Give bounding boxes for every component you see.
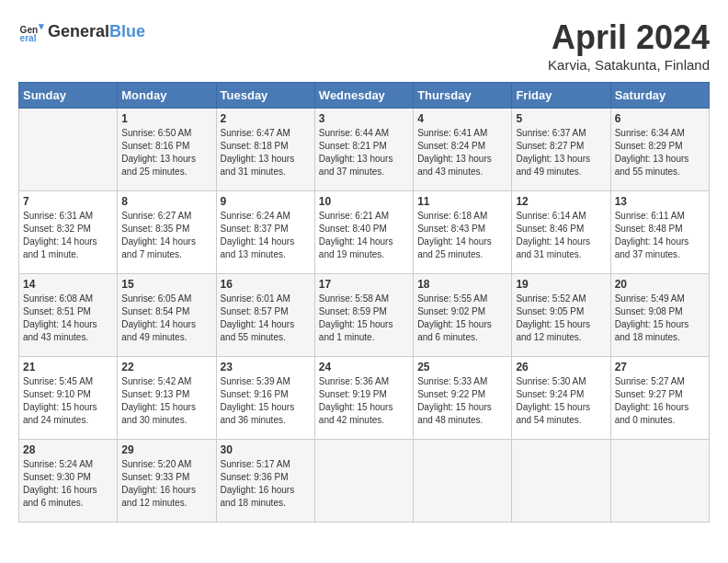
day-number: 30 bbox=[221, 443, 311, 456]
day-number: 23 bbox=[221, 361, 311, 373]
day-cell bbox=[512, 440, 610, 523]
day-info: Sunrise: 5:24 AM Sunset: 9:30 PM Dayligh… bbox=[23, 458, 113, 510]
day-info: Sunrise: 5:20 AM Sunset: 9:33 PM Dayligh… bbox=[121, 458, 211, 510]
day-number: 19 bbox=[516, 278, 606, 291]
day-cell: 18Sunrise: 5:55 AM Sunset: 9:02 PM Dayli… bbox=[414, 274, 512, 357]
month-title: April 2024 bbox=[548, 18, 710, 57]
day-number: 6 bbox=[615, 112, 705, 125]
day-info: Sunrise: 5:58 AM Sunset: 8:59 PM Dayligh… bbox=[319, 293, 409, 344]
day-cell: 6Sunrise: 6:34 AM Sunset: 8:29 PM Daylig… bbox=[610, 109, 709, 191]
day-info: Sunrise: 5:36 AM Sunset: 9:19 PM Dayligh… bbox=[319, 375, 409, 427]
header-row: SundayMondayTuesdayWednesdayThursdayFrid… bbox=[19, 83, 710, 109]
day-cell: 10Sunrise: 6:21 AM Sunset: 8:40 PM Dayli… bbox=[314, 191, 413, 274]
day-number: 15 bbox=[121, 278, 211, 291]
day-cell: 1Sunrise: 6:50 AM Sunset: 8:16 PM Daylig… bbox=[118, 109, 216, 191]
calendar-body: 1Sunrise: 6:50 AM Sunset: 8:16 PM Daylig… bbox=[19, 109, 710, 523]
header-cell-wednesday: Wednesday bbox=[314, 83, 413, 109]
day-info: Sunrise: 6:18 AM Sunset: 8:43 PM Dayligh… bbox=[417, 210, 507, 261]
week-row-1: 1Sunrise: 6:50 AM Sunset: 8:16 PM Daylig… bbox=[19, 109, 710, 191]
day-number: 17 bbox=[319, 278, 409, 291]
day-number: 29 bbox=[121, 443, 211, 456]
day-info: Sunrise: 6:34 AM Sunset: 8:29 PM Dayligh… bbox=[615, 127, 705, 178]
day-info: Sunrise: 5:52 AM Sunset: 9:05 PM Dayligh… bbox=[516, 293, 606, 344]
header: Gen eral GeneralBlue April 2024 Karvia, … bbox=[18, 18, 710, 73]
day-info: Sunrise: 6:14 AM Sunset: 8:46 PM Dayligh… bbox=[516, 210, 606, 261]
day-number: 1 bbox=[121, 112, 211, 125]
day-info: Sunrise: 6:27 AM Sunset: 8:35 PM Dayligh… bbox=[121, 210, 211, 261]
day-info: Sunrise: 6:41 AM Sunset: 8:24 PM Dayligh… bbox=[417, 127, 507, 178]
day-info: Sunrise: 5:45 AM Sunset: 9:10 PM Dayligh… bbox=[23, 375, 113, 427]
day-cell: 16Sunrise: 6:01 AM Sunset: 8:57 PM Dayli… bbox=[216, 274, 314, 357]
day-number: 7 bbox=[23, 195, 113, 208]
day-cell: 29Sunrise: 5:20 AM Sunset: 9:33 PM Dayli… bbox=[118, 440, 216, 523]
day-number: 18 bbox=[417, 278, 507, 291]
day-cell bbox=[414, 440, 512, 523]
logo: Gen eral GeneralBlue bbox=[18, 18, 145, 44]
day-number: 9 bbox=[221, 195, 311, 208]
header-cell-tuesday: Tuesday bbox=[216, 83, 314, 109]
day-info: Sunrise: 6:11 AM Sunset: 8:48 PM Dayligh… bbox=[615, 210, 705, 261]
day-cell: 22Sunrise: 5:42 AM Sunset: 9:13 PM Dayli… bbox=[118, 357, 216, 440]
calendar-table: SundayMondayTuesdayWednesdayThursdayFrid… bbox=[18, 82, 710, 523]
day-info: Sunrise: 6:50 AM Sunset: 8:16 PM Dayligh… bbox=[121, 127, 211, 178]
title-area: April 2024 Karvia, Satakunta, Finland bbox=[548, 18, 710, 73]
day-cell: 27Sunrise: 5:27 AM Sunset: 9:27 PM Dayli… bbox=[610, 357, 709, 440]
day-cell: 7Sunrise: 6:31 AM Sunset: 8:32 PM Daylig… bbox=[19, 191, 118, 274]
day-number: 28 bbox=[23, 443, 113, 456]
day-number: 24 bbox=[319, 361, 409, 373]
day-cell bbox=[314, 440, 413, 523]
day-cell: 9Sunrise: 6:24 AM Sunset: 8:37 PM Daylig… bbox=[216, 191, 314, 274]
day-number: 16 bbox=[221, 278, 311, 291]
day-number: 20 bbox=[615, 278, 705, 291]
day-cell: 13Sunrise: 6:11 AM Sunset: 8:48 PM Dayli… bbox=[610, 191, 709, 274]
day-cell: 11Sunrise: 6:18 AM Sunset: 8:43 PM Dayli… bbox=[414, 191, 512, 274]
day-info: Sunrise: 6:37 AM Sunset: 8:27 PM Dayligh… bbox=[516, 127, 606, 178]
day-info: Sunrise: 5:55 AM Sunset: 9:02 PM Dayligh… bbox=[417, 293, 507, 344]
day-info: Sunrise: 6:05 AM Sunset: 8:54 PM Dayligh… bbox=[121, 293, 211, 344]
day-cell: 26Sunrise: 5:30 AM Sunset: 9:24 PM Dayli… bbox=[512, 357, 610, 440]
day-cell: 4Sunrise: 6:41 AM Sunset: 8:24 PM Daylig… bbox=[414, 109, 512, 191]
day-number: 25 bbox=[417, 361, 507, 373]
day-info: Sunrise: 6:01 AM Sunset: 8:57 PM Dayligh… bbox=[221, 293, 311, 344]
day-number: 22 bbox=[121, 361, 211, 373]
week-row-2: 7Sunrise: 6:31 AM Sunset: 8:32 PM Daylig… bbox=[19, 191, 710, 274]
day-cell: 28Sunrise: 5:24 AM Sunset: 9:30 PM Dayli… bbox=[19, 440, 118, 523]
day-info: Sunrise: 6:47 AM Sunset: 8:18 PM Dayligh… bbox=[221, 127, 311, 178]
day-info: Sunrise: 6:44 AM Sunset: 8:21 PM Dayligh… bbox=[319, 127, 409, 178]
day-cell: 19Sunrise: 5:52 AM Sunset: 9:05 PM Dayli… bbox=[512, 274, 610, 357]
day-info: Sunrise: 6:08 AM Sunset: 8:51 PM Dayligh… bbox=[23, 293, 113, 344]
day-info: Sunrise: 6:21 AM Sunset: 8:40 PM Dayligh… bbox=[319, 210, 409, 261]
day-cell: 2Sunrise: 6:47 AM Sunset: 8:18 PM Daylig… bbox=[216, 109, 314, 191]
week-row-5: 28Sunrise: 5:24 AM Sunset: 9:30 PM Dayli… bbox=[19, 440, 710, 523]
day-cell: 3Sunrise: 6:44 AM Sunset: 8:21 PM Daylig… bbox=[314, 109, 413, 191]
day-cell: 20Sunrise: 5:49 AM Sunset: 9:08 PM Dayli… bbox=[610, 274, 709, 357]
logo-icon: Gen eral bbox=[18, 18, 44, 44]
day-info: Sunrise: 5:39 AM Sunset: 9:16 PM Dayligh… bbox=[221, 375, 311, 427]
day-info: Sunrise: 6:24 AM Sunset: 8:37 PM Dayligh… bbox=[221, 210, 311, 261]
logo-general: General bbox=[48, 22, 109, 41]
day-cell bbox=[19, 109, 118, 191]
day-cell: 12Sunrise: 6:14 AM Sunset: 8:46 PM Dayli… bbox=[512, 191, 610, 274]
day-cell bbox=[610, 440, 709, 523]
location-title: Karvia, Satakunta, Finland bbox=[548, 57, 710, 73]
day-number: 14 bbox=[23, 278, 113, 291]
week-row-4: 21Sunrise: 5:45 AM Sunset: 9:10 PM Dayli… bbox=[19, 357, 710, 440]
day-number: 8 bbox=[121, 195, 211, 208]
calendar-header: SundayMondayTuesdayWednesdayThursdayFrid… bbox=[19, 83, 710, 109]
day-cell: 25Sunrise: 5:33 AM Sunset: 9:22 PM Dayli… bbox=[414, 357, 512, 440]
day-info: Sunrise: 5:33 AM Sunset: 9:22 PM Dayligh… bbox=[417, 375, 507, 427]
day-cell: 17Sunrise: 5:58 AM Sunset: 8:59 PM Dayli… bbox=[314, 274, 413, 357]
day-cell: 30Sunrise: 5:17 AM Sunset: 9:36 PM Dayli… bbox=[216, 440, 314, 523]
day-number: 4 bbox=[417, 112, 507, 125]
day-cell: 23Sunrise: 5:39 AM Sunset: 9:16 PM Dayli… bbox=[216, 357, 314, 440]
day-number: 21 bbox=[23, 361, 113, 373]
day-number: 12 bbox=[516, 195, 606, 208]
day-info: Sunrise: 6:31 AM Sunset: 8:32 PM Dayligh… bbox=[23, 210, 113, 261]
day-info: Sunrise: 5:49 AM Sunset: 9:08 PM Dayligh… bbox=[615, 293, 705, 344]
day-info: Sunrise: 5:30 AM Sunset: 9:24 PM Dayligh… bbox=[516, 375, 606, 427]
day-number: 11 bbox=[417, 195, 507, 208]
day-number: 5 bbox=[516, 112, 606, 125]
header-cell-thursday: Thursday bbox=[414, 83, 512, 109]
day-number: 13 bbox=[615, 195, 705, 208]
day-number: 2 bbox=[221, 112, 311, 125]
